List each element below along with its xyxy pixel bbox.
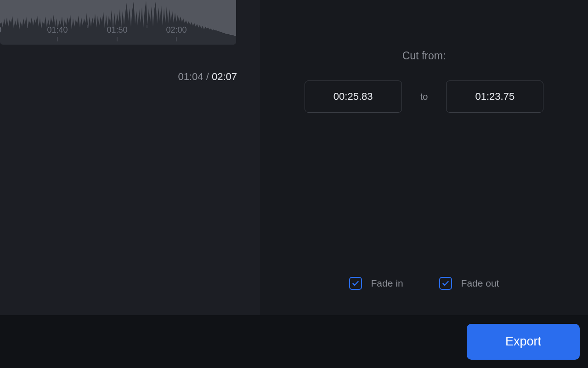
cut-inputs: to <box>305 80 544 113</box>
tick-label: 0 <box>0 25 1 35</box>
export-button[interactable]: Export <box>467 324 580 360</box>
check-icon <box>442 280 449 287</box>
current-time: 01:04 <box>178 71 204 82</box>
fade-in-checkbox[interactable] <box>349 277 362 290</box>
fade-out-label: Fade out <box>461 278 499 289</box>
tick-mark <box>28 25 28 28</box>
check-icon <box>352 280 359 287</box>
tick-mark <box>147 25 147 28</box>
tick-mark <box>117 37 117 41</box>
playback-time: 01:04 / 02:07 <box>178 71 237 83</box>
fade-in-label: Fade in <box>371 278 403 289</box>
to-label: to <box>420 92 428 102</box>
waveform-panel: 0 01:40 01:50 02:00 <box>0 0 260 315</box>
total-time: 02:07 <box>212 71 237 82</box>
main-area: 0 01:40 01:50 02:00 <box>0 0 588 315</box>
tick-mark <box>87 25 88 28</box>
waveform-display[interactable]: 0 01:40 01:50 02:00 <box>0 0 236 45</box>
tick-label: 01:40 <box>47 25 68 35</box>
tick-mark <box>176 37 176 41</box>
tick-label: 01:50 <box>107 25 127 35</box>
tick-label: 02:00 <box>166 25 187 35</box>
fade-options: Fade in Fade out <box>260 277 588 290</box>
cut-to-input[interactable] <box>446 80 543 113</box>
footer-bar: Export <box>0 315 588 368</box>
tick-mark <box>206 25 207 28</box>
fade-in-option: Fade in <box>349 277 403 290</box>
fade-out-checkbox[interactable] <box>439 277 452 290</box>
timeline-ticks: 0 01:40 01:50 02:00 <box>0 25 236 45</box>
fade-out-option: Fade out <box>439 277 499 290</box>
controls-panel: Cut from: to Fade in <box>260 0 588 315</box>
tick-mark <box>57 37 57 41</box>
time-separator: / <box>204 71 212 82</box>
cut-section: Cut from: to <box>260 50 588 113</box>
cut-from-input[interactable] <box>305 80 402 113</box>
cut-from-label: Cut from: <box>402 50 446 62</box>
